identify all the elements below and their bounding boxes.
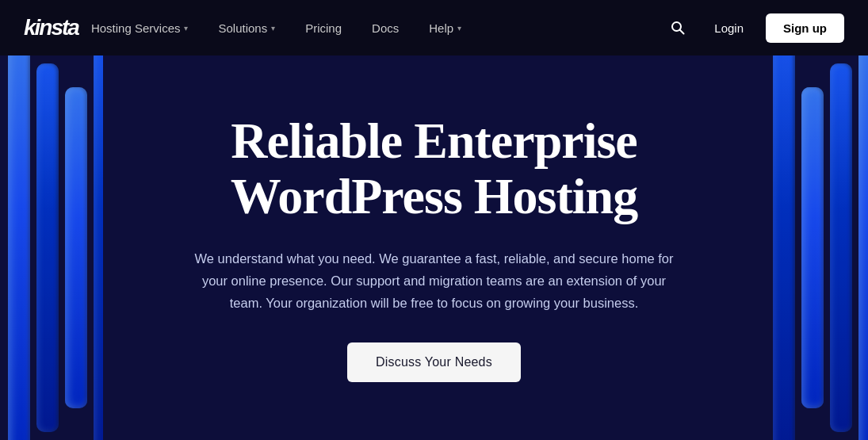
pillar-right-3 — [830, 63, 852, 432]
pillar-left-4 — [94, 55, 103, 440]
pillar-left-3 — [65, 87, 87, 408]
nav-links: Hosting Services ▾ Solutions ▾ Pricing D… — [78, 15, 663, 41]
hero-section: Reliable Enterprise WordPress Hosting We… — [0, 55, 868, 440]
right-pillars-decoration — [765, 55, 868, 440]
nav-item-hosting-services[interactable]: Hosting Services ▾ — [78, 15, 201, 41]
pillar-left-1 — [8, 55, 30, 440]
search-button[interactable] — [663, 13, 692, 42]
pillar-left-2 — [36, 63, 59, 432]
left-pillars-decoration — [0, 55, 103, 440]
login-button[interactable]: Login — [705, 15, 753, 41]
logo-text: kinsta — [24, 15, 78, 40]
svg-line-1 — [680, 30, 684, 34]
logo[interactable]: kinsta — [24, 15, 78, 40]
nav-item-pricing[interactable]: Pricing — [293, 15, 354, 41]
chevron-down-icon: ▾ — [457, 24, 461, 33]
search-icon — [670, 20, 686, 36]
navbar: kinsta Hosting Services ▾ Solutions ▾ Pr… — [0, 0, 868, 55]
pillar-right-1 — [773, 55, 795, 440]
pillar-right-2 — [801, 87, 824, 408]
pillar-right-4 — [858, 55, 868, 440]
chevron-down-icon: ▾ — [184, 24, 188, 33]
nav-item-solutions[interactable]: Solutions ▾ — [205, 15, 288, 41]
nav-item-docs[interactable]: Docs — [359, 15, 411, 41]
cta-button[interactable]: Discuss Your Needs — [347, 342, 521, 382]
hero-content: Reliable Enterprise WordPress Hosting We… — [173, 113, 696, 382]
nav-actions: Login Sign up — [663, 13, 844, 43]
signup-button[interactable]: Sign up — [766, 13, 844, 43]
chevron-down-icon: ▾ — [271, 24, 275, 33]
hero-title: Reliable Enterprise WordPress Hosting — [189, 113, 680, 225]
nav-item-help[interactable]: Help ▾ — [416, 15, 474, 41]
hero-subtitle: We understand what you need. We guarante… — [189, 247, 680, 314]
